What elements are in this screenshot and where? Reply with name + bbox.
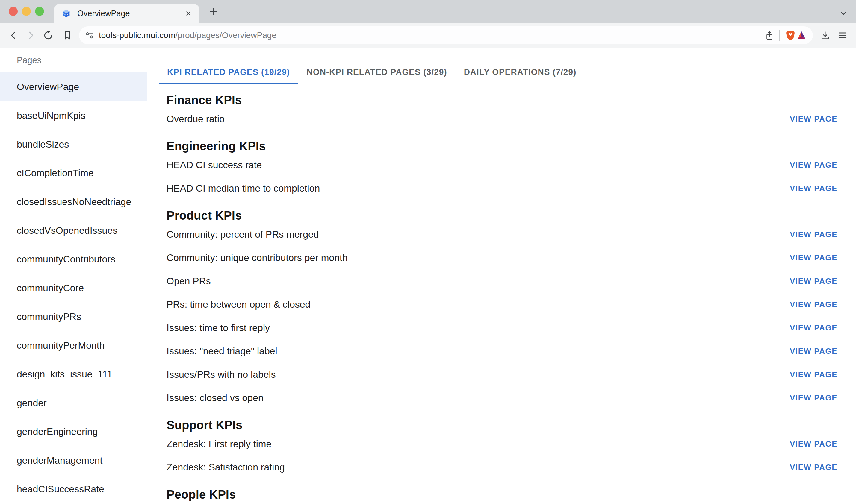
pages-sidebar: Pages OverviewPagebaseUiNpmKpisbundleSiz… — [0, 49, 147, 504]
kpi-row: Issues: time to first reply VIEW PAGE — [167, 316, 837, 339]
browser-toolbar: tools-public.mui.com/prod/pages/Overview… — [0, 23, 856, 49]
kpi-label: Community: unique contributors per month — [167, 252, 348, 263]
view-page-button[interactable]: VIEW PAGE — [786, 367, 842, 382]
tab-daily-operations-7-29-[interactable]: DAILY OPERATIONS (7/29) — [456, 60, 585, 85]
tab-close-icon[interactable] — [184, 9, 193, 18]
kpi-label: HEAD CI success rate — [167, 160, 262, 170]
url-path: /prod/pages/OverviewPage — [175, 31, 277, 40]
kpi-label: Issues/PRs with no labels — [167, 369, 276, 380]
address-bar[interactable]: tools-public.mui.com/prod/pages/Overview… — [79, 26, 813, 44]
download-button[interactable] — [817, 26, 834, 44]
view-page-button[interactable]: VIEW PAGE — [786, 181, 842, 196]
sidebar-item-bundleSizes[interactable]: bundleSizes — [0, 130, 147, 159]
kpi-row: Community: unique contributors per month… — [167, 246, 837, 269]
sidebar-item-gender[interactable]: gender — [0, 389, 147, 417]
tab-non-kpi-related-pages-3-29-[interactable]: NON-KPI RELATED PAGES (3/29) — [298, 60, 456, 85]
sidebar-item-genderEngineering[interactable]: genderEngineering — [0, 417, 147, 446]
close-window-button[interactable] — [9, 7, 18, 16]
sidebar-item-communityPerMonth[interactable]: communityPerMonth — [0, 331, 147, 360]
kpi-label: Zendesk: First reply time — [167, 438, 272, 450]
sidebar-item-OverviewPage[interactable]: OverviewPage — [0, 72, 147, 101]
bookmark-icon[interactable] — [59, 26, 76, 44]
kpi-row: Open PRs VIEW PAGE — [167, 269, 837, 293]
browser-tab[interactable]: OverviewPage — [54, 4, 199, 23]
sidebar-item-communityContributors[interactable]: communityContributors — [0, 245, 147, 273]
section-title: Finance KPIs — [167, 93, 837, 107]
sidebar-item-genderManagement[interactable]: genderManagement — [0, 446, 147, 475]
sidebar-item-cICompletionTime[interactable]: cICompletionTime — [0, 159, 147, 187]
forward-button[interactable] — [22, 26, 39, 44]
view-page-button[interactable]: VIEW PAGE — [786, 320, 842, 336]
kpi-row: Issues/PRs with no labels VIEW PAGE — [167, 363, 837, 386]
kpi-row: Overdue ratio VIEW PAGE — [167, 107, 837, 130]
reload-button[interactable] — [39, 26, 57, 44]
site-settings-tune-icon[interactable] — [85, 31, 94, 40]
content-tabs: KPI RELATED PAGES (19/29)NON-KPI RELATED… — [159, 60, 837, 85]
toolbar-divider — [779, 30, 780, 41]
view-page-button[interactable]: VIEW PAGE — [786, 460, 842, 475]
minimize-window-button[interactable] — [22, 7, 31, 16]
new-tab-button[interactable] — [205, 3, 222, 20]
sidebar-item-headCISuccessRate[interactable]: headCISuccessRate — [0, 475, 147, 503]
kpi-label: Issues: closed vs open — [167, 392, 264, 403]
view-page-button[interactable]: VIEW PAGE — [786, 111, 842, 127]
traffic-lights — [9, 7, 44, 16]
kpi-label: Issues: time to first reply — [167, 322, 270, 334]
kpi-label: Overdue ratio — [167, 113, 225, 125]
kpi-label: Zendesk: Satisfaction rating — [167, 462, 285, 473]
view-page-button[interactable]: VIEW PAGE — [786, 297, 842, 312]
kpi-row: Issues: closed vs open VIEW PAGE — [167, 386, 837, 410]
section-title: Product KPIs — [167, 208, 837, 223]
kpi-row: Zendesk: Satisfaction rating VIEW PAGE — [167, 455, 837, 479]
tab-search-chevron-icon[interactable] — [838, 8, 849, 19]
kpi-label: PRs: time between open & closed — [167, 299, 310, 310]
section-title: Support KPIs — [167, 418, 837, 432]
menu-icon[interactable] — [834, 26, 851, 44]
view-page-button[interactable]: VIEW PAGE — [786, 273, 842, 289]
main-panel: KPI RELATED PAGES (19/29)NON-KPI RELATED… — [147, 49, 856, 504]
kpi-row: PRs: time between open & closed VIEW PAG… — [167, 293, 837, 316]
kpi-label: HEAD CI median time to completion — [167, 183, 320, 194]
section-title: Engineering KPIs — [167, 139, 837, 153]
kpi-row: HEAD CI success rate VIEW PAGE — [167, 153, 837, 177]
view-page-button[interactable]: VIEW PAGE — [786, 250, 842, 266]
kpi-row: HEAD CI median time to completion VIEW P… — [167, 177, 837, 200]
sidebar-item-baseUiNpmKpis[interactable]: baseUiNpmKpis — [0, 101, 147, 130]
browser-window: OverviewPage — [0, 0, 856, 504]
sidebar-item-communityCore[interactable]: communityCore — [0, 273, 147, 302]
url-domain: tools-public.mui.com — [99, 31, 175, 40]
sidebar-header: Pages — [0, 49, 147, 72]
sidebar-list: OverviewPagebaseUiNpmKpisbundleSizescICo… — [0, 72, 147, 503]
sidebar-item-communityPRs[interactable]: communityPRs — [0, 302, 147, 331]
tab-kpi-related-pages-19-29-[interactable]: KPI RELATED PAGES (19/29) — [159, 60, 298, 85]
browser-tab-bar: OverviewPage — [0, 0, 856, 23]
zoom-window-button[interactable] — [35, 7, 44, 16]
sidebar-item-closedVsOpenedIssues[interactable]: closedVsOpenedIssues — [0, 216, 147, 245]
share-icon[interactable] — [764, 30, 774, 40]
view-page-button[interactable]: VIEW PAGE — [786, 158, 842, 173]
mui-favicon-icon — [60, 8, 71, 19]
kpi-row: Community: percent of PRs merged VIEW PA… — [167, 223, 837, 246]
url-text[interactable]: tools-public.mui.com/prod/pages/Overview… — [99, 31, 764, 40]
brave-shield-icon[interactable] — [785, 30, 796, 41]
section-title: People KPIs — [167, 487, 837, 502]
sidebar-item-closedIssuesNoNeedtriage[interactable]: closedIssuesNoNeedtriage — [0, 187, 147, 216]
kpi-label: Open PRs — [167, 276, 211, 287]
view-page-button[interactable]: VIEW PAGE — [786, 227, 842, 242]
sidebar-item-design_kits_issue_111[interactable]: design_kits_issue_111 — [0, 360, 147, 389]
kpi-label: Issues: "need triage" label — [167, 346, 277, 357]
view-page-button[interactable]: VIEW PAGE — [786, 390, 842, 406]
view-page-button[interactable]: VIEW PAGE — [786, 436, 842, 452]
page-content: Pages OverviewPagebaseUiNpmKpisbundleSiz… — [0, 49, 856, 504]
view-page-button[interactable]: VIEW PAGE — [786, 344, 842, 359]
tab-title: OverviewPage — [77, 9, 184, 18]
kpi-row: Issues: "need triage" label VIEW PAGE — [167, 339, 837, 363]
kpi-sections: Finance KPIs Overdue ratio VIEW PAGE Eng… — [167, 93, 837, 502]
bat-rewards-icon[interactable] — [796, 30, 807, 41]
kpi-row: Zendesk: First reply time VIEW PAGE — [167, 432, 837, 455]
kpi-label: Community: percent of PRs merged — [167, 229, 319, 240]
back-button[interactable] — [5, 26, 22, 44]
